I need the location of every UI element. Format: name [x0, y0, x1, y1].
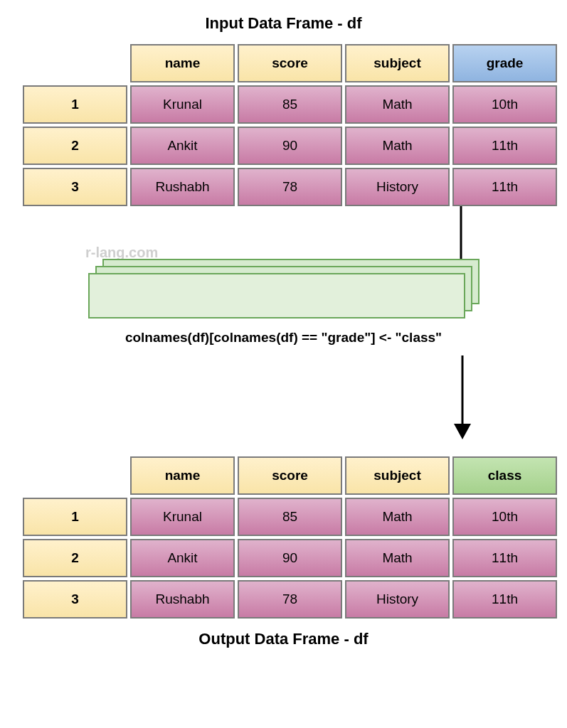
- cell: 11th: [452, 168, 557, 206]
- row-index: 1: [23, 498, 127, 536]
- cell: Math: [345, 85, 450, 124]
- output-dataframe-table: name score subject class 1 Krunal 85 Mat…: [20, 454, 560, 621]
- cell: Ankit: [130, 539, 235, 577]
- cell: History: [345, 168, 450, 206]
- cell: 78: [238, 580, 342, 619]
- table-row: 2 Ankit 90 Math 11th: [23, 539, 557, 577]
- col-header-score: score: [238, 456, 342, 495]
- cell: 11th: [452, 127, 557, 165]
- cell: 90: [238, 127, 342, 165]
- cell: 85: [238, 85, 342, 124]
- cell: 90: [238, 539, 342, 577]
- cell: Math: [345, 498, 450, 536]
- code-operation: colnames(df)[colnames(df) == "grade"] <-…: [7, 330, 560, 346]
- col-header-subject: subject: [345, 456, 450, 495]
- col-header-score: score: [238, 44, 342, 82]
- row-index: 3: [23, 580, 127, 619]
- cell: Rushabh: [130, 580, 235, 619]
- row-index: 1: [23, 85, 127, 124]
- row-index: 3: [23, 168, 127, 206]
- cell: 78: [238, 168, 342, 206]
- output-title: Output Data Frame - df: [7, 630, 560, 648]
- cell: Ankit: [130, 127, 235, 165]
- svg-marker-3: [454, 424, 471, 439]
- cell: Rushabh: [130, 168, 235, 206]
- col-header-grade-highlighted: grade: [452, 44, 557, 82]
- table-row: 3 Rushabh 78 History 11th: [23, 168, 557, 206]
- col-header-subject: subject: [345, 44, 450, 82]
- cell: Math: [345, 127, 450, 165]
- cell: Math: [345, 539, 450, 577]
- cell: Krunal: [130, 85, 235, 124]
- table-row: 1 Krunal 85 Math 10th: [23, 85, 557, 124]
- cell: Krunal: [130, 498, 235, 536]
- input-dataframe-table: name score subject grade 1 Krunal 85 Mat…: [20, 41, 560, 209]
- cell: 10th: [452, 85, 557, 124]
- table-corner: [23, 456, 127, 495]
- table-corner: [23, 44, 127, 82]
- cell: 10th: [452, 498, 557, 536]
- arrow-down-icon: [7, 355, 560, 441]
- cell: 11th: [452, 580, 557, 619]
- table-row: 1 Krunal 85 Math 10th: [23, 498, 557, 536]
- table-row: 2 Ankit 90 Math 11th: [23, 127, 557, 165]
- cell: History: [345, 580, 450, 619]
- col-header-name: name: [130, 44, 235, 82]
- cell: 85: [238, 498, 342, 536]
- stack-layer: [88, 273, 465, 318]
- cell: 11th: [452, 539, 557, 577]
- row-index: 2: [23, 539, 127, 577]
- row-index: 2: [23, 127, 127, 165]
- col-header-name: name: [130, 456, 235, 495]
- col-header-class-highlighted: class: [452, 456, 557, 495]
- process-stack: [88, 259, 479, 323]
- input-title: Input Data Frame - df: [7, 14, 560, 33]
- table-row: 3 Rushabh 78 History 11th: [23, 580, 557, 619]
